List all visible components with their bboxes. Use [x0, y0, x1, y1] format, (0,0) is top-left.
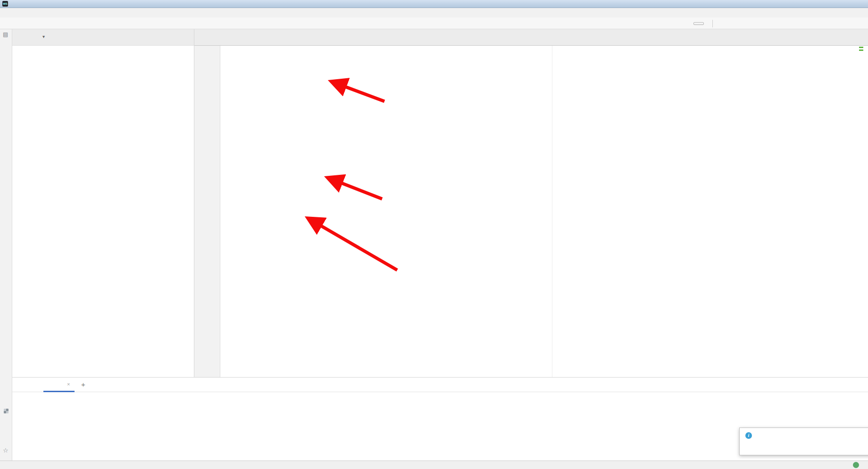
menu-bar — [0, 8, 868, 17]
tool-window-stripe: ▤ ☆ — [0, 29, 12, 461]
chevron-down-icon[interactable]: ▾ — [42, 34, 45, 39]
inspection-mark — [859, 49, 863, 51]
event-log-badge — [853, 462, 859, 468]
title-bar: WS — [0, 0, 868, 8]
project-tree — [12, 46, 194, 377]
editor-tab-bar — [194, 29, 868, 46]
toolbar-right — [693, 18, 721, 29]
editor[interactable] — [194, 46, 868, 377]
inspection-mark — [859, 47, 863, 48]
toolbar-divider — [712, 20, 713, 27]
stripe-grid-icon — [4, 409, 8, 413]
terminal-header: × + — [12, 378, 868, 392]
info-icon: i — [745, 432, 752, 439]
new-terminal-button[interactable]: + — [81, 380, 85, 388]
editor-gutter — [194, 46, 220, 377]
close-icon[interactable]: × — [67, 381, 70, 387]
webstorm-logo-icon: WS — [2, 1, 8, 7]
favorites-star-icon: ☆ — [3, 447, 8, 454]
event-log[interactable] — [853, 462, 861, 468]
webstorm-window: WS ▤ ☆ ▾ — [0, 0, 868, 469]
annotation-arrows — [194, 46, 868, 377]
status-bar — [0, 461, 868, 469]
tool-window-project[interactable] — [0, 38, 12, 73]
toolbar-row — [0, 17, 868, 29]
notification-popup: i — [739, 428, 868, 455]
project-stripe-icon: ▤ — [3, 31, 8, 38]
tool-window-structure[interactable] — [0, 351, 12, 398]
right-margin-guide — [552, 46, 552, 377]
add-configuration-button[interactable] — [693, 22, 704, 25]
project-panel-header: ▾ — [12, 29, 194, 46]
